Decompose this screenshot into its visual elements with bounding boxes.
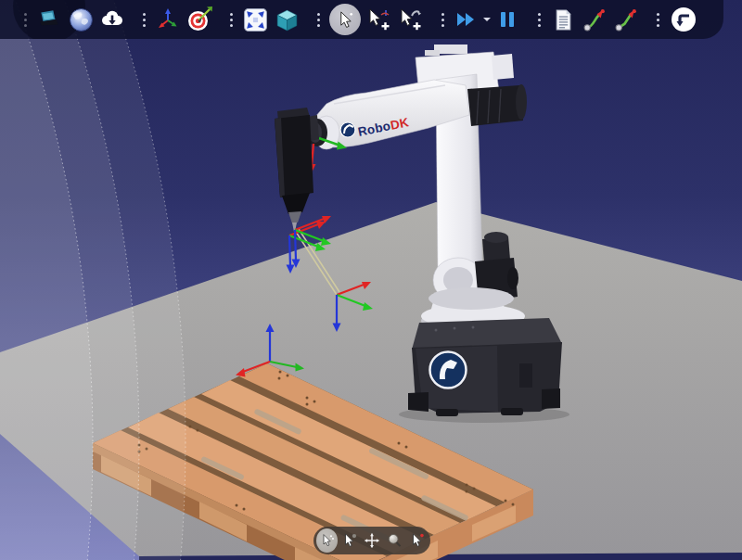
select-cursor-icon[interactable] <box>339 528 360 553</box>
selected-tool-highlight <box>329 4 361 35</box>
online-library-globe-icon[interactable] <box>67 3 95 36</box>
toolbar-drag-handle[interactable] <box>437 3 448 36</box>
fast-forward-dropdown[interactable] <box>482 3 492 36</box>
rotate-view-cursor-icon[interactable] <box>316 528 338 553</box>
view-navigation-toolbar <box>313 527 430 554</box>
robodk-base-logo <box>430 352 467 388</box>
fast-forward-icon[interactable] <box>453 3 480 36</box>
zoom-view-icon[interactable] <box>384 528 405 553</box>
cloud-download-icon[interactable] <box>98 3 126 36</box>
viewport-3d[interactable]: RoboDK <box>0 0 742 560</box>
toolbar-drag-handle[interactable] <box>138 3 149 36</box>
collapse-toolbar-icon[interactable] <box>668 3 699 36</box>
toolbar-drag-handle[interactable] <box>225 3 237 36</box>
select-cursor-icon[interactable] <box>328 3 362 36</box>
select-reference-cursor-icon[interactable] <box>406 528 428 553</box>
toolbar-drag-handle[interactable] <box>19 3 31 36</box>
isometric-view-cube-icon[interactable] <box>273 3 301 36</box>
main-toolbar <box>0 0 723 39</box>
pan-view-icon[interactable] <box>362 528 383 553</box>
toolbar-drag-handle[interactable] <box>652 3 663 36</box>
move-linear-icon[interactable] <box>612 3 640 36</box>
robot-base[interactable] <box>408 318 562 416</box>
target-icon[interactable] <box>186 3 213 36</box>
toolbar-drag-handle[interactable] <box>533 3 544 36</box>
toolbar-drag-handle[interactable] <box>313 3 324 36</box>
add-target-cursor-icon[interactable] <box>365 3 393 36</box>
station-icon[interactable] <box>35 3 63 36</box>
move-robot-cursor-icon[interactable] <box>397 3 425 36</box>
program-icon[interactable] <box>549 3 577 36</box>
selected-view-tool-highlight <box>316 528 338 553</box>
move-joint-icon[interactable] <box>581 3 608 36</box>
pause-icon[interactable] <box>493 3 521 36</box>
robodk-station-window: RoboDK <box>0 0 742 560</box>
reference-frame-icon[interactable] <box>154 3 182 36</box>
fit-view-icon[interactable] <box>241 3 269 36</box>
